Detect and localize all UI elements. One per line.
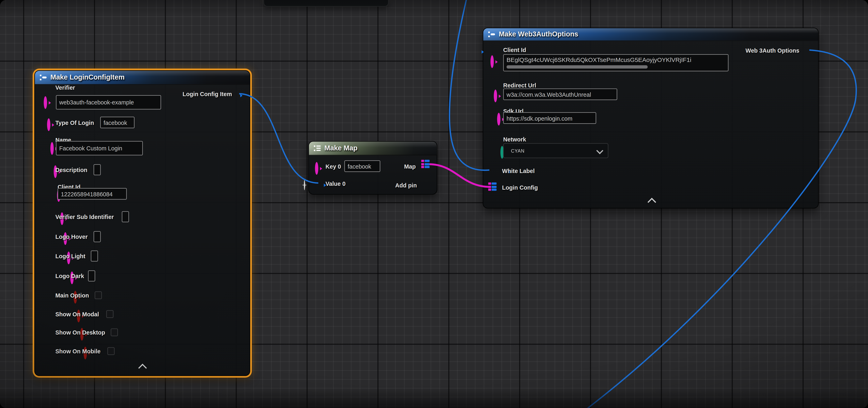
name-input[interactable]: Facebook Custom Login <box>56 141 143 156</box>
client-id-input[interactable]: BEglQSgt4cUWcj6SKRdu5QkOXTsePmMcusG5EAoy… <box>503 54 728 71</box>
network-dropdown[interactable]: CYAN <box>503 143 609 158</box>
network-dropdown-value: CYAN <box>511 148 525 154</box>
pin-label-main-option: Main Option <box>55 292 89 299</box>
pin-label-key0: Key 0 <box>326 163 341 170</box>
pin-label-logo-dark: Logo Dark <box>55 273 84 279</box>
pin-redirect-url[interactable] <box>494 90 497 102</box>
description-input[interactable] <box>94 164 101 175</box>
node-title: Make LoginConfigItem <box>51 73 125 81</box>
logo-dark-input[interactable] <box>88 270 95 281</box>
pin-label-type-of-login: Type Of Login <box>55 120 94 126</box>
node-make-map[interactable]: Make Map Key 0 facebook Map Value 0 Add … <box>308 141 437 195</box>
add-pin-label[interactable]: Add pin <box>395 182 417 189</box>
logo-hover-input[interactable] <box>94 231 101 242</box>
pin-label-logo-light: Logo Light <box>55 253 85 260</box>
chevron-down-icon <box>596 147 603 154</box>
pin-label-show-on-desktop: Show On Desktop <box>55 329 105 336</box>
verifier-input[interactable]: web3auth-facebook-example <box>56 95 161 109</box>
make-struct-icon <box>488 30 495 38</box>
key0-input[interactable]: facebook <box>344 160 380 172</box>
pin-label-logo-hover: Logo Hover <box>55 233 88 240</box>
partial-node-top[interactable] <box>264 0 389 7</box>
pin-label-client-id: Client Id <box>503 46 526 53</box>
show-on-modal-checkbox[interactable] <box>106 310 114 318</box>
logo-light-input[interactable] <box>91 250 98 262</box>
pin-label-value0: Value 0 <box>326 180 345 187</box>
pin-sdk-url[interactable] <box>497 113 500 126</box>
redirect-url-input[interactable]: w3a://com.w3a.Web3AuthUnreal <box>503 89 617 100</box>
client-id-text: BEglQSgt4cUWcj6SKRdu5QkOXTsePmMcusG5EAoy… <box>506 57 691 63</box>
pin-login-config[interactable] <box>488 182 497 191</box>
add-pin-plus-circle-icon[interactable] <box>304 180 305 190</box>
pin-map-out[interactable] <box>421 160 430 168</box>
node-title: Make Map <box>324 144 358 152</box>
pin-label-verifier-sub-identifier: Verifier Sub Identifier <box>55 213 114 220</box>
sdk-url-input[interactable]: https://sdk.openlogin.com <box>503 112 596 124</box>
pin-label-white-label: White Label <box>502 168 535 174</box>
pin-label-show-on-modal: Show On Modal <box>55 311 99 317</box>
pin-key0[interactable] <box>315 162 318 175</box>
node-header-make-web3authoptions[interactable]: Make Web3AuthOptions <box>483 28 818 41</box>
collapse-chevron-up-icon[interactable] <box>138 364 147 372</box>
output-pin-label: Login Config Item <box>183 91 232 97</box>
pin-label-network: Network <box>503 136 526 143</box>
pin-label-verifier: Verifier <box>55 84 75 91</box>
show-on-desktop-checkbox[interactable] <box>111 329 118 336</box>
pin-type-of-login[interactable] <box>47 118 50 131</box>
output-pin-label: Web 3Auth Options <box>746 47 800 54</box>
make-struct-icon <box>39 73 47 81</box>
node-header-make-loginconfigitem[interactable]: Make LoginConfigItem <box>35 71 250 84</box>
pin-label-description: Description <box>55 166 87 173</box>
pin-name[interactable] <box>51 142 54 155</box>
node-make-loginconfigitem[interactable]: Make LoginConfigItem Login Config Item V… <box>34 70 250 376</box>
make-map-icon <box>313 144 321 152</box>
client-id-scrollbar[interactable] <box>506 65 648 68</box>
pin-label-redirect-url: Redirect Url <box>503 82 536 89</box>
blueprint-canvas[interactable]: Make LoginConfigItem Login Config Item V… <box>0 0 868 408</box>
pin-label-map-out: Map <box>404 163 415 170</box>
show-on-mobile-checkbox[interactable] <box>107 347 115 355</box>
main-option-checkbox[interactable] <box>95 292 102 299</box>
verifier-sub-identifier-input[interactable] <box>122 211 129 223</box>
pin-verifier[interactable] <box>44 96 47 109</box>
collapse-chevron-up-icon[interactable] <box>648 198 656 206</box>
pin-client-id[interactable] <box>491 55 494 68</box>
node-make-web3authoptions[interactable]: Make Web3AuthOptions Web 3Auth Options C… <box>483 28 818 208</box>
pin-label-login-config: Login Config <box>502 184 538 191</box>
type-of-login-input[interactable]: facebook <box>100 116 134 128</box>
pin-label-show-on-mobile: Show On Mobile <box>55 348 100 354</box>
client-id-input[interactable]: 1222658941886084 <box>58 188 127 200</box>
node-title: Make Web3AuthOptions <box>499 30 578 38</box>
node-header-make-map[interactable]: Make Map <box>309 141 437 155</box>
